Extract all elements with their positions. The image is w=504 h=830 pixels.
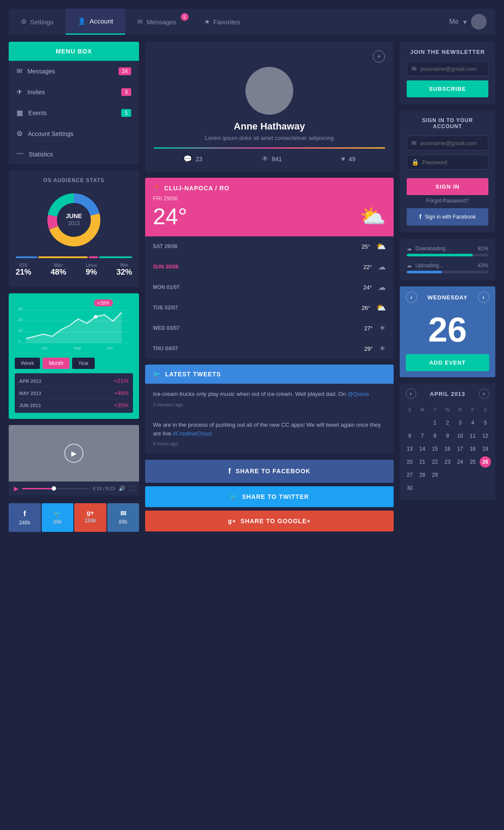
signin-email-input[interactable] [420, 140, 484, 146]
cal-cell-8[interactable]: 8 [429, 430, 441, 442]
weather-icon-wed: ☀ [379, 323, 386, 333]
sidebar-item-account-settings[interactable]: ⚙ Account Settings [9, 123, 139, 144]
invites-count: 3 [121, 88, 131, 96]
cal-cell-17[interactable]: 17 [454, 443, 466, 455]
sidebar-item-statistics[interactable]: 〰 Statistics [9, 144, 139, 164]
cal-cell-6[interactable]: 6 [404, 430, 415, 442]
cal-cell-21[interactable]: 21 [417, 456, 428, 468]
lock-icon: 🔒 [411, 159, 419, 166]
facebook-signin-button[interactable]: f Sign in with Facebook [407, 208, 488, 226]
cal-cell-13[interactable]: 13 [404, 443, 415, 455]
video-time: 4:15 / 9:23 [93, 486, 115, 491]
cal-cell-24[interactable]: 24 [454, 456, 466, 468]
upload-icon: ☁ [407, 262, 412, 269]
cal-cell-23[interactable]: 23 [442, 456, 453, 468]
cal-next-button[interactable]: › [478, 292, 489, 303]
views-count: 841 [272, 156, 282, 163]
sidebar-item-events[interactable]: ▦ Events 5 [9, 103, 139, 123]
share-buttons: f SHARE TO FACEBOOK 🐦 SHARE TO TWITTER g… [145, 460, 394, 531]
play-icon: ▶ [71, 449, 76, 458]
nav-user-area[interactable]: Me ▾ [449, 14, 495, 30]
cal-cell-12[interactable]: 12 [480, 430, 491, 442]
forgot-password-link[interactable]: Forgot Password? [407, 198, 488, 204]
tweet-link-1[interactable]: @Quora [348, 391, 369, 397]
tab-week[interactable]: Week [15, 358, 40, 369]
cal-cell-30[interactable]: 30 [404, 482, 415, 494]
signin-button[interactable]: SIGN IN [407, 178, 488, 195]
googleplus-share-btn[interactable]: g+ 124k [74, 503, 106, 532]
main-layout: MENU BOX ✉ Messages 24 ✈ Invites 3 ▦ Eve… [9, 42, 495, 532]
cal-cell-16[interactable]: 16 [442, 443, 453, 455]
download-item-1: ☁ Downloading... 81% [407, 246, 488, 256]
mini-cal-next[interactable]: › [479, 388, 489, 399]
dl-bar-fill-1 [407, 254, 473, 256]
messages-icon: ✉ [17, 67, 22, 75]
stat-row-may: MAY 2013 +48% [19, 387, 129, 399]
cal-cell-4[interactable]: 4 [467, 417, 478, 428]
add-profile-button[interactable]: + [373, 50, 385, 63]
tab-account[interactable]: 👤 Account [66, 9, 125, 35]
weather-row-sat: SAT 29/06 25° ⛅ [145, 236, 394, 257]
facebook-share-btn[interactable]: f 248k [9, 503, 41, 532]
cal-cell-27[interactable]: 27 [404, 469, 415, 481]
cal-cell-2[interactable]: 2 [442, 417, 453, 428]
tab-month[interactable]: Month [43, 358, 69, 369]
cal-cell-28[interactable]: 28 [417, 469, 428, 481]
video-progress[interactable] [22, 488, 89, 489]
newsletter-title: JOIN THE NEWSLETTER [407, 49, 488, 55]
email-share-btn[interactable]: ✉ 89k [107, 503, 139, 532]
twitter-share-btn[interactable]: 🐦 30k [42, 503, 74, 532]
share-facebook-button[interactable]: f SHARE TO FACEBOOK [145, 460, 394, 483]
weather-icon-tue: ⛅ [376, 303, 386, 312]
tab-year[interactable]: Year [72, 358, 95, 369]
volume-icon[interactable]: 🔊 [119, 485, 125, 491]
cal-cell-14[interactable]: 14 [417, 443, 428, 455]
cal-cell-18[interactable]: 18 [467, 443, 478, 455]
profile-divider [154, 147, 385, 149]
cal-header: ‹ WEDNESDAY › [400, 286, 495, 308]
cal-cell-29[interactable]: 29 [429, 469, 441, 481]
cal-cell-25[interactable]: 25 [467, 456, 478, 468]
cal-cell-19[interactable]: 19 [480, 443, 491, 455]
cal-cell-10[interactable]: 10 [454, 430, 466, 442]
dl-bar-fill-2 [407, 271, 442, 273]
sidebar-item-invites[interactable]: ✈ Invites 3 [9, 82, 139, 103]
cal-cell-11[interactable]: 11 [467, 430, 478, 442]
left-column: MENU BOX ✉ Messages 24 ✈ Invites 3 ▦ Eve… [9, 42, 139, 532]
subscribe-button[interactable]: SUBSCRIBE [407, 80, 488, 97]
cal-cell-3[interactable]: 3 [454, 417, 466, 428]
mini-cal-prev[interactable]: ‹ [406, 388, 416, 399]
views-icon: 👁 [262, 155, 269, 163]
day-header-f: F [467, 404, 478, 415]
tweet-link-2[interactable]: #CreativeCloud [173, 430, 212, 437]
cal-week-4: 20 21 22 23 24 25 26 [404, 456, 491, 468]
cal-week-6: 30 - - - - - - [404, 482, 491, 494]
tab-favorites[interactable]: ★ Favorites [192, 9, 252, 35]
events-icon: ▦ [17, 109, 23, 117]
tab-messages[interactable]: ✉ Messages 5 [125, 9, 192, 35]
cal-cell-7[interactable]: 7 [417, 430, 428, 442]
cal-cell-20[interactable]: 20 [404, 456, 415, 468]
cal-cell-26-today[interactable]: 26 [480, 456, 491, 468]
signin-password-input[interactable] [422, 159, 484, 166]
cal-cell-22[interactable]: 22 [429, 456, 441, 468]
cal-cell-9[interactable]: 9 [442, 430, 453, 442]
cal-prev-button[interactable]: ‹ [406, 292, 417, 303]
cal-cell-1[interactable]: 1 [429, 417, 441, 428]
tweet-item-1: Ice-cream trucks only play music when ou… [145, 384, 394, 415]
add-event-button[interactable]: ADD EVENT [406, 354, 489, 371]
dl-bar-1 [407, 254, 488, 256]
share-googleplus-button[interactable]: g+ SHARE TO GOOGLE+ [145, 511, 394, 531]
sidebar-item-messages[interactable]: ✉ Messages 24 [9, 61, 139, 82]
cal-week-3: 13 14 15 16 17 18 19 [404, 443, 491, 455]
cal-cell-15[interactable]: 15 [429, 443, 441, 455]
play-button[interactable]: ▶ [64, 444, 83, 463]
share-twitter-button[interactable]: 🐦 SHARE TO TWITTER [145, 486, 394, 507]
tab-settings[interactable]: ⚙ Settings [9, 9, 66, 35]
svg-text:Apr: Apr [41, 346, 47, 350]
signin-box: SIGN IN TO YOUR ACCOUNT ✉ 🔒 SIGN IN Forg… [400, 110, 495, 232]
video-play-icon[interactable]: ▶ [14, 485, 19, 492]
newsletter-email-input[interactable] [420, 66, 484, 72]
fullscreen-icon[interactable]: ⛶ [129, 485, 134, 491]
cal-cell-5[interactable]: 5 [480, 417, 491, 428]
